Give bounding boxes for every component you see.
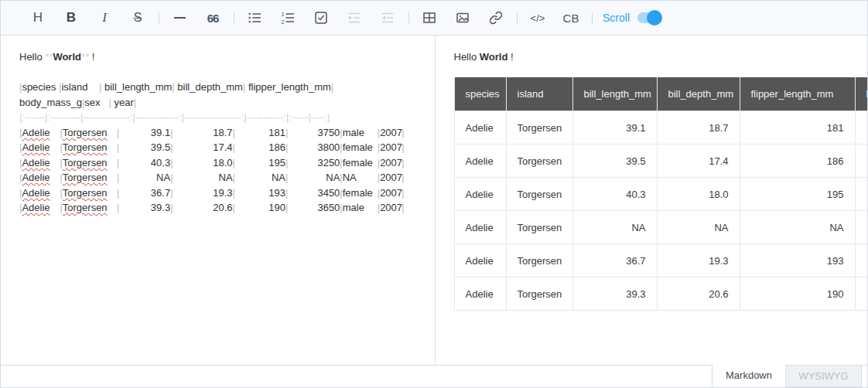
md-table-rows: |Adelie|Torgersen|39.1|18.7|181|3750|mal…	[19, 125, 427, 216]
svg-text:2: 2	[282, 19, 285, 26]
preview-cell: Adelie	[454, 145, 506, 178]
preview-cell: 3250	[855, 178, 867, 211]
preview-pane: Hello World ! speciesislandbill_length_m…	[436, 36, 868, 365]
italic-button[interactable]: I	[92, 5, 117, 30]
preview-cell: NA	[740, 211, 855, 244]
outdent-button[interactable]	[375, 5, 400, 30]
heading-button[interactable]: H	[26, 5, 50, 30]
bold-marker: **	[45, 51, 53, 63]
scroll-toggle-knob	[647, 10, 662, 26]
heading-icon: H	[33, 10, 43, 26]
table-row: AdelieTorgersen39.517.41863800	[454, 145, 867, 178]
preview-cell: 36.7	[572, 244, 657, 277]
table-icon	[422, 11, 436, 25]
preview-cell: Adelie	[454, 211, 506, 244]
md-table-row: |Adelie|Torgersen|39.5|17.4|186|3800|fem…	[19, 140, 427, 155]
toolbar-divider	[517, 12, 518, 24]
md-table-row: |Adelie|Torgersen|NA|NA|NA|NA|NA|2007|	[19, 170, 427, 185]
table-row: AdelieTorgersen39.118.71813750	[454, 111, 867, 145]
scroll-sync-control: Scroll	[603, 12, 661, 24]
md-table-header-line2: body_mass_g|sex | year|	[19, 95, 427, 111]
preview-cell: 3800	[855, 145, 867, 178]
scroll-label: Scroll	[603, 12, 630, 24]
preview-cell: Torgersen	[506, 244, 572, 277]
md-table-row: |Adelie|Torgersen|36.7|19.3|193|3450|fem…	[19, 185, 427, 201]
md-table-header-line1: |species |island | bill_length_mm| bill_…	[19, 80, 427, 95]
inline-code-icon: </>	[531, 12, 545, 24]
preview-cell: Adelie	[454, 277, 506, 311]
preview-cell: Torgersen	[506, 277, 572, 311]
code-block-button[interactable]: CB	[559, 5, 583, 30]
column-header: body_mass_g	[855, 77, 867, 111]
preview-cell: 3750	[855, 111, 867, 145]
preview-cell: 19.3	[657, 244, 740, 277]
table-row: AdelieTorgersen36.719.31933450	[454, 244, 867, 277]
bold-button[interactable]: B	[59, 5, 84, 30]
md-table-separator: |:------|:---------|--------------:|----…	[19, 110, 427, 125]
link-button[interactable]	[484, 5, 508, 30]
task-list-button[interactable]	[309, 5, 333, 30]
toolbar-divider	[408, 12, 409, 24]
strikethrough-icon: S	[134, 11, 142, 25]
preview-cell: Torgersen	[506, 111, 572, 145]
preview-cell: 39.5	[572, 145, 657, 178]
md-table-row: |Adelie|Torgersen|39.3|20.6|190|3650|mal…	[19, 200, 427, 216]
markdown-editor: H B I S 66 1 2	[0, 0, 868, 388]
preview-hello-line: Hello World !	[454, 49, 868, 65]
ordered-list-button[interactable]: 1 2	[275, 5, 300, 30]
scroll-toggle[interactable]	[637, 12, 661, 23]
inline-code-button[interactable]: </>	[525, 5, 550, 30]
preview-cell: Torgersen	[506, 211, 572, 244]
indent-button[interactable]	[342, 5, 367, 30]
mode-switch-bar: Markdown WYSIWYG	[1, 365, 867, 387]
image-button[interactable]	[450, 5, 475, 30]
md-table-row: |Adelie|Torgersen|39.1|18.7|181|3750|mal…	[19, 125, 427, 141]
table-row: AdelieTorgersen39.320.61903650	[454, 277, 867, 311]
md-blank-line	[19, 65, 427, 80]
toolbar-divider	[592, 12, 593, 24]
preview-cell: 3450	[855, 244, 867, 277]
toolbar-divider	[159, 12, 159, 24]
preview-cell: Torgersen	[506, 145, 572, 178]
blockquote-icon: 66	[207, 12, 219, 25]
toolbar-divider	[234, 12, 234, 24]
column-header: bill_length_mm	[572, 77, 657, 111]
tab-wysiwyg[interactable]: WYSIWYG	[786, 365, 862, 387]
preview-cell: 17.4	[657, 145, 740, 178]
ordered-list-icon: 1 2	[281, 11, 295, 25]
table-row: AdelieTorgersenNANANANA	[454, 211, 867, 244]
preview-table: speciesislandbill_length_mmbill_depth_mm…	[454, 77, 868, 311]
column-header: species	[454, 77, 506, 111]
preview-cell: 193	[740, 244, 855, 277]
strikethrough-button[interactable]: S	[125, 5, 150, 30]
preview-cell: NA	[657, 211, 740, 244]
indent-icon	[347, 11, 361, 25]
preview-cell: 18.7	[657, 111, 740, 145]
table-button[interactable]	[417, 5, 442, 30]
preview-cell: 39.1	[572, 111, 657, 145]
preview-cell: Adelie	[454, 244, 506, 277]
editor-main: Hello **World** ! |species |island | bil…	[1, 36, 867, 365]
column-header: flipper_length_mm	[740, 77, 855, 111]
link-icon	[489, 11, 503, 25]
horizontal-rule-button[interactable]	[167, 5, 192, 30]
preview-cell: 40.3	[572, 178, 657, 211]
preview-cell: 181	[740, 111, 855, 145]
horizontal-rule-icon	[174, 17, 186, 19]
outdent-icon	[381, 11, 395, 25]
preview-cell: NA	[855, 211, 867, 244]
blockquote-button[interactable]: 66	[200, 5, 225, 30]
column-header: bill_depth_mm	[657, 77, 740, 111]
svg-text:1: 1	[282, 11, 285, 18]
bold-marker: **	[81, 51, 89, 63]
tab-markdown[interactable]: Markdown	[712, 365, 786, 387]
markdown-source-pane[interactable]: Hello **World** ! |species |island | bil…	[1, 36, 436, 365]
preview-cell: 18.0	[657, 178, 740, 211]
md-line-hello: Hello **World** !	[19, 49, 427, 65]
italic-icon: I	[102, 10, 107, 26]
unordered-list-button[interactable]	[242, 5, 267, 30]
preview-cell: 186	[740, 145, 855, 178]
preview-cell: 195	[740, 178, 855, 211]
preview-table-header-row: speciesislandbill_length_mmbill_depth_mm…	[454, 77, 867, 111]
image-icon	[456, 11, 470, 25]
